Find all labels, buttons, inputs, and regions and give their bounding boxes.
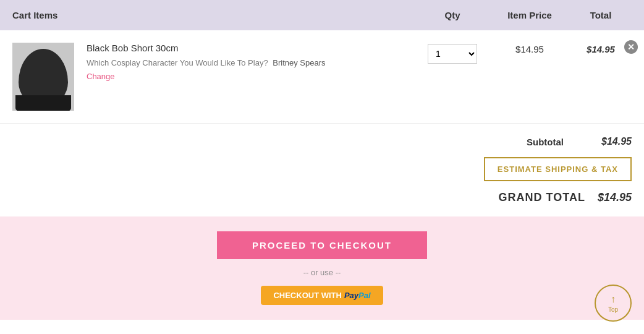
subtotal-label: Subtotal — [527, 137, 564, 147]
item-total: $14.95 ✕ — [570, 43, 632, 54]
cart-items-column-header: Cart Items — [12, 10, 415, 20]
grand-total-label: GRAND TOTAL — [499, 191, 585, 204]
paypal-logo: PayPal — [344, 291, 371, 300]
item-price: $14.95 — [489, 43, 570, 54]
option-label: Which Cosplay Character You Would Like T… — [87, 58, 268, 67]
item-image — [12, 43, 74, 111]
checkout-section: PROCEED TO CHECKOUT -- or use -- CHECKOU… — [0, 216, 644, 320]
or-use-text: -- or use -- — [303, 268, 341, 277]
item-name: Black Bob Short 30cm — [87, 43, 403, 53]
change-link[interactable]: Change — [87, 72, 115, 81]
estimate-shipping-tax-button[interactable]: ESTIMATE SHIPPING & TAX — [484, 157, 632, 181]
qty-column-header: Qty — [415, 10, 489, 20]
back-to-top-label: Top — [608, 306, 618, 313]
qty-select[interactable]: 1 2 3 — [428, 44, 477, 64]
item-details: Black Bob Short 30cm Which Cosplay Chara… — [74, 43, 415, 81]
item-total-value: $14.95 — [587, 44, 615, 54]
wig-image-placeholder — [19, 49, 68, 105]
item-price-column-header: Item Price — [489, 10, 570, 20]
total-column-header: Total — [570, 10, 632, 20]
paypal-checkout-button[interactable]: CHECKOUT WITH PayPal — [261, 286, 383, 305]
paypal-checkout-prefix: CHECKOUT WITH — [273, 291, 342, 300]
remove-item-button[interactable]: ✕ — [624, 40, 638, 54]
item-option: Which Cosplay Character You Would Like T… — [87, 58, 403, 67]
totals-section: Subtotal $14.95 ESTIMATE SHIPPING & TAX … — [0, 124, 644, 216]
cart-header: Cart Items Qty Item Price Total — [0, 0, 644, 30]
subtotal-row: Subtotal $14.95 — [527, 136, 632, 147]
grand-total-row: GRAND TOTAL $14.95 — [499, 191, 632, 204]
subtotal-value: $14.95 — [588, 136, 632, 147]
item-qty: 1 2 3 — [415, 43, 489, 64]
back-to-top-button[interactable]: Top — [595, 285, 632, 320]
grand-total-value: $14.95 — [598, 191, 632, 204]
proceed-to-checkout-button[interactable]: PROCEED TO CHECKOUT — [217, 231, 427, 259]
option-value: Britney Spears — [273, 58, 325, 67]
cart-item: Black Bob Short 30cm Which Cosplay Chara… — [0, 30, 644, 124]
